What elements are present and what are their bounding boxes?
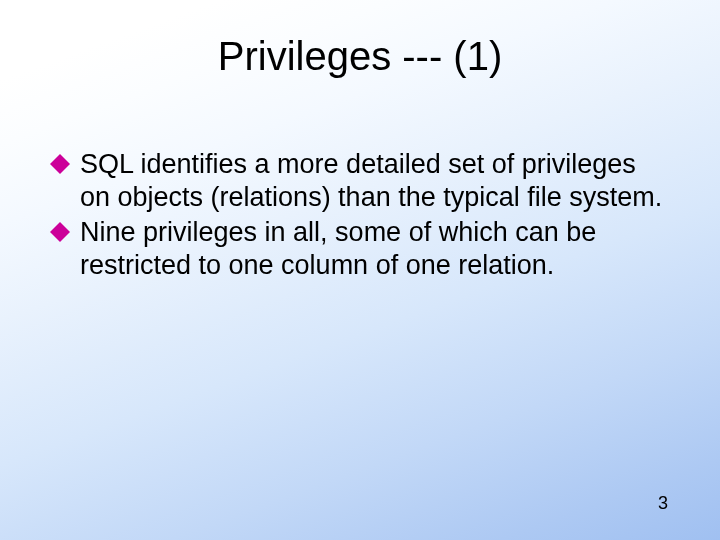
svg-marker-1 bbox=[50, 222, 70, 242]
bullet-text: SQL identifies a more detailed set of pr… bbox=[80, 149, 662, 212]
slide: Privileges --- (1) SQL identifies a more… bbox=[0, 0, 720, 540]
svg-marker-0 bbox=[50, 154, 70, 174]
slide-title: Privileges --- (1) bbox=[0, 0, 720, 79]
diamond-bullet-icon bbox=[50, 222, 70, 242]
list-item: SQL identifies a more detailed set of pr… bbox=[50, 148, 670, 214]
slide-body: SQL identifies a more detailed set of pr… bbox=[50, 148, 670, 284]
bullet-text: Nine privileges in all, some of which ca… bbox=[80, 217, 596, 280]
page-number: 3 bbox=[658, 493, 668, 514]
list-item: Nine privileges in all, some of which ca… bbox=[50, 216, 670, 282]
diamond-bullet-icon bbox=[50, 154, 70, 174]
